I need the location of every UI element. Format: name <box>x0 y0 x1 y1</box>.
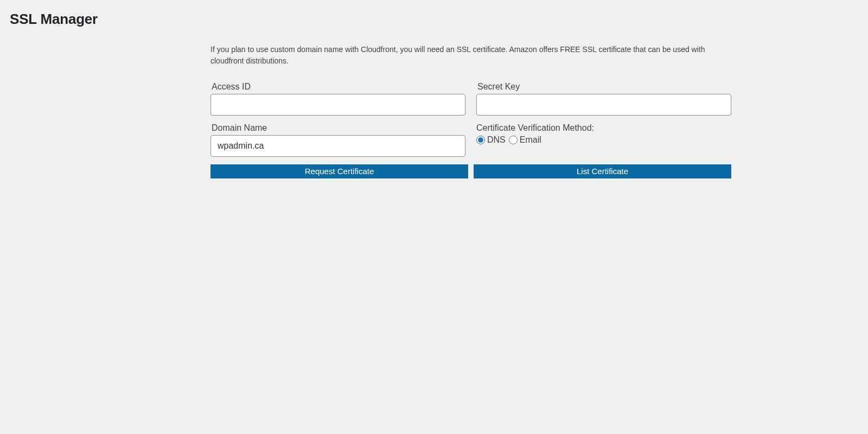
verification-radio-row: DNS Email <box>476 135 731 145</box>
verification-radio-dns-label[interactable]: DNS <box>487 135 506 145</box>
verification-radio-email-input[interactable] <box>509 136 518 144</box>
verification-group: Certificate Verification Method: DNS Ema… <box>476 123 731 157</box>
access-id-group: Access ID <box>210 82 465 116</box>
secret-key-group: Secret Key <box>476 82 731 116</box>
intro-text: If you plan to use custom domain name wi… <box>210 44 731 67</box>
request-certificate-button[interactable]: Request Certificate <box>210 164 468 178</box>
secret-key-input[interactable] <box>476 94 731 116</box>
verification-radio-dns: DNS <box>476 135 507 145</box>
domain-name-group: Domain Name <box>210 123 465 157</box>
secret-key-label: Secret Key <box>477 82 731 92</box>
verification-radio-dns-input[interactable] <box>476 136 485 144</box>
form-row-2: Domain Name Certificate Verification Met… <box>210 123 731 157</box>
button-row: Request Certificate List Certificate <box>210 164 731 178</box>
verification-label: Certificate Verification Method: <box>476 123 731 133</box>
access-id-input[interactable] <box>210 94 465 116</box>
form-row-1: Access ID Secret Key <box>210 82 731 116</box>
page-title: SSL Manager <box>10 11 857 28</box>
verification-radio-email-label[interactable]: Email <box>520 135 541 145</box>
content-wrapper: If you plan to use custom domain name wi… <box>210 44 731 178</box>
verification-radio-email: Email <box>509 135 542 145</box>
access-id-label: Access ID <box>212 82 465 92</box>
domain-name-label: Domain Name <box>212 123 465 133</box>
domain-name-input[interactable] <box>210 135 465 157</box>
list-certificate-button[interactable]: List Certificate <box>474 164 731 178</box>
